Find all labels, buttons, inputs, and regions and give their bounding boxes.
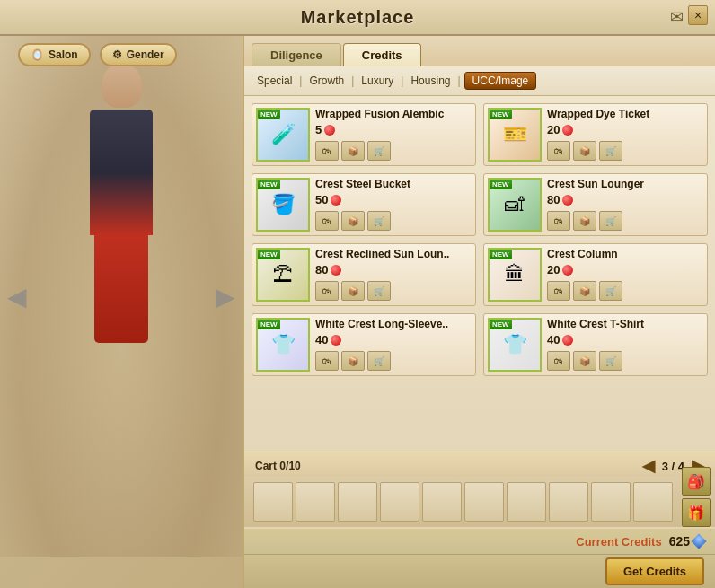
item-card-0: NEW 🧪 Wrapped Fusion Alembic 5 🛍 📦 🛒	[252, 103, 476, 166]
cart-button-4[interactable]: 🛒	[367, 281, 391, 301]
gift-button-5[interactable]: 📦	[573, 281, 596, 301]
page-current: 3	[662, 460, 668, 473]
item-actions-5: 🛍 📦 🛒	[547, 281, 703, 301]
gift-button-6[interactable]: 📦	[341, 351, 365, 371]
cart-button-7[interactable]: 🛒	[599, 351, 622, 371]
character-legs	[94, 235, 148, 343]
bag-icon-button[interactable]: 🎒	[682, 467, 711, 496]
cart-slot-3	[338, 482, 377, 522]
credits-bar: Current Credits 625	[244, 529, 715, 554]
new-badge-1: NEW	[490, 110, 512, 119]
item-name-6: White Crest Long-Sleeve..	[315, 318, 472, 330]
cart-current: 0	[279, 460, 286, 472]
buy-button-1[interactable]: 🛍	[547, 141, 570, 161]
filter-special[interactable]: Special	[253, 73, 296, 89]
character-display	[31, 63, 211, 467]
credits-amount: 625	[669, 534, 690, 549]
tab-credits[interactable]: Credits	[343, 43, 421, 66]
item-card-1: NEW 🎫 Wrapped Dye Ticket 20 🛍 📦 🛒	[483, 103, 708, 166]
salon-icon: 🪞	[31, 48, 44, 61]
buy-button-2[interactable]: 🛍	[315, 211, 339, 231]
gift-button-7[interactable]: 📦	[573, 351, 596, 371]
character-head	[102, 63, 142, 108]
cart-button-0[interactable]: 🛒	[367, 141, 391, 161]
character-buttons: 🪞 Salon ⚙ Gender	[18, 43, 177, 66]
item-card-6: NEW 👕 White Crest Long-Sleeve.. 40 🛍 📦 🛒	[252, 313, 476, 376]
item-info-6: White Crest Long-Sleeve.. 40 🛍 📦 🛒	[315, 318, 472, 371]
salon-label: Salon	[49, 48, 78, 61]
item-image-4: NEW ⛱	[256, 248, 310, 302]
get-credits-bar: Get Credits	[244, 554, 715, 588]
credits-value: 625	[669, 534, 704, 549]
item-info-7: White Crest T-Shirt 40 🛍 📦 🛒	[547, 318, 703, 371]
item-price-7: 40	[547, 333, 703, 347]
cart-button-2[interactable]: 🛒	[367, 211, 391, 231]
new-badge-5: NEW	[490, 250, 512, 259]
cart-slot-1	[253, 482, 293, 522]
salon-button[interactable]: 🪞 Salon	[18, 43, 91, 66]
ruby-icon-5	[562, 265, 573, 276]
cart-button-6[interactable]: 🛒	[367, 351, 391, 371]
item-image-3: NEW 🛋	[488, 178, 542, 232]
item-image-7: NEW 👕	[488, 318, 542, 372]
buy-button-5[interactable]: 🛍	[547, 281, 570, 301]
item-price-0: 5	[315, 123, 472, 136]
buy-button-0[interactable]: 🛍	[315, 141, 339, 161]
items-grid: NEW 🧪 Wrapped Fusion Alembic 5 🛍 📦 🛒 NEW…	[244, 96, 715, 383]
filter-growth[interactable]: Growth	[305, 73, 348, 89]
item-name-1: Wrapped Dye Ticket	[547, 108, 703, 120]
close-button[interactable]: ×	[688, 5, 708, 25]
ruby-icon-0	[324, 125, 335, 136]
price-value-2: 50	[315, 193, 328, 206]
character-body	[90, 110, 153, 235]
item-info-2: Crest Steel Bucket 50 🛍 📦 🛒	[315, 178, 472, 231]
gift-button-1[interactable]: 📦	[573, 141, 596, 161]
ruby-icon-7	[562, 335, 573, 346]
filter-ucc-image[interactable]: UCC/Image	[464, 72, 537, 90]
cart-button-5[interactable]: 🛒	[599, 281, 622, 301]
item-card-3: NEW 🛋 Crest Sun Lounger 80 🛍 📦 🛒	[483, 173, 708, 236]
mail-icon[interactable]: ✉	[670, 7, 684, 27]
gift-button-4[interactable]: 📦	[341, 281, 365, 301]
price-value-1: 20	[547, 123, 560, 136]
gender-button[interactable]: ⚙ Gender	[100, 43, 177, 66]
cart-slot-7	[507, 482, 546, 522]
item-actions-2: 🛍 📦 🛒	[315, 211, 472, 231]
item-actions-3: 🛍 📦 🛒	[547, 211, 703, 231]
gift-icon-button[interactable]: 🎁	[682, 498, 711, 527]
price-value-7: 40	[547, 333, 560, 347]
gender-icon: ⚙	[112, 48, 122, 61]
gift-button-0[interactable]: 📦	[341, 141, 365, 161]
rotate-left-button[interactable]: ◀	[7, 282, 27, 312]
rotate-right-button[interactable]: ▶	[216, 282, 235, 312]
get-credits-button[interactable]: Get Credits	[605, 557, 704, 585]
item-actions-7: 🛍 📦 🛒	[547, 351, 703, 371]
cart-button-1[interactable]: 🛒	[599, 141, 622, 161]
item-price-5: 20	[547, 263, 703, 276]
item-image-0: NEW 🧪	[256, 108, 310, 162]
ruby-icon-1	[562, 125, 573, 136]
filter-luxury[interactable]: Luxury	[358, 73, 397, 89]
gift-button-3[interactable]: 📦	[573, 211, 596, 231]
diamond-icon	[692, 534, 707, 549]
buy-button-7[interactable]: 🛍	[547, 351, 570, 371]
item-price-6: 40	[315, 333, 472, 347]
item-card-4: NEW ⛱ Crest Reclined Sun Loun.. 80 🛍 📦 🛒	[252, 243, 476, 306]
buy-button-3[interactable]: 🛍	[547, 211, 570, 231]
tab-diligence[interactable]: Diligence	[252, 43, 341, 66]
new-badge-3: NEW	[490, 180, 512, 189]
item-name-4: Crest Reclined Sun Loun..	[315, 248, 472, 260]
cart-slot-4	[380, 482, 419, 522]
current-credits-label: Current Credits	[576, 535, 661, 549]
cart-button-3[interactable]: 🛒	[599, 211, 622, 231]
gift-button-2[interactable]: 📦	[341, 211, 365, 231]
prev-page-button[interactable]: ◀	[642, 456, 655, 476]
buy-button-6[interactable]: 🛍	[315, 351, 339, 371]
ruby-icon-2	[331, 195, 341, 206]
right-panel: Diligence Credits Special | Growth | Lux…	[243, 36, 715, 588]
filter-housing[interactable]: Housing	[407, 73, 454, 89]
item-image-5: NEW 🏛	[488, 248, 542, 302]
item-info-0: Wrapped Fusion Alembic 5 🛍 📦 🛒	[315, 108, 472, 161]
ruby-icon-3	[562, 195, 573, 206]
buy-button-4[interactable]: 🛍	[315, 281, 339, 301]
